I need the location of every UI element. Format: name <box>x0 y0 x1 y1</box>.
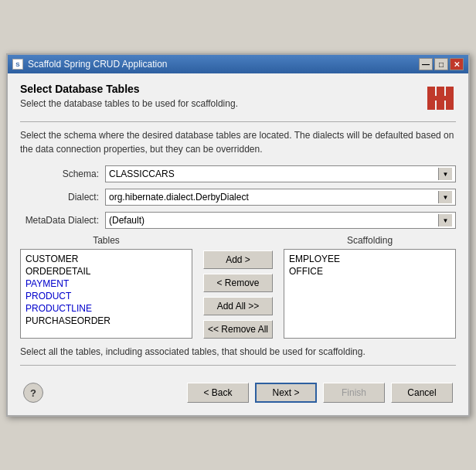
schema-row: Schema: CLASSICCARS ▼ <box>20 165 456 182</box>
add-button[interactable]: Add > <box>203 250 273 269</box>
footer-right: < Back Next > Finish Cancel <box>187 383 453 403</box>
tables-listbox[interactable]: CUSTOMER ORDERDETAIL PAYMENT PRODUCT PRO… <box>20 249 192 339</box>
list-item[interactable]: PRODUCTLINE <box>24 302 189 315</box>
footer-left: ? <box>23 383 43 403</box>
list-item[interactable]: CUSTOMER <box>24 253 189 265</box>
dialect-row: Dialect: org.hibernate.dialect.DerbyDial… <box>20 189 456 206</box>
scaffolding-listbox[interactable]: EMPLOYEE OFFICE <box>284 249 456 339</box>
title-bar: S Scaffold Spring CRUD Application — □ ✕ <box>8 55 468 73</box>
page-title: Select Database Tables <box>20 83 238 95</box>
tables-panel: Tables CUSTOMER ORDERDETAIL PAYMENT PROD… <box>20 235 192 339</box>
schema-dropdown-arrow: ▼ <box>438 168 452 180</box>
back-button[interactable]: < Back <box>187 383 249 403</box>
header-logo <box>425 83 456 114</box>
page-subtitle: Select the database tables to be used fo… <box>20 98 238 109</box>
transfer-buttons: Add > < Remove Add All >> << Remove All <box>199 235 277 339</box>
add-all-button[interactable]: Add All >> <box>203 297 273 315</box>
maximize-button[interactable]: □ <box>434 58 448 70</box>
list-item[interactable]: PRODUCT <box>24 290 189 302</box>
finish-button[interactable]: Finish <box>323 383 385 403</box>
list-item[interactable]: PURCHASEORDER <box>24 315 189 327</box>
remove-button[interactable]: < Remove <box>203 274 273 292</box>
dialect-dropdown-arrow: ▼ <box>438 191 452 203</box>
main-window: S Scaffold Spring CRUD Application — □ ✕… <box>6 53 470 417</box>
metadata-dropdown-arrow: ▼ <box>438 214 452 226</box>
header-section: Select Database Tables Select the databa… <box>20 83 456 114</box>
scaffolding-label: Scaffolding <box>284 235 456 246</box>
title-controls: — □ ✕ <box>419 58 464 70</box>
cancel-button[interactable]: Cancel <box>391 383 453 403</box>
list-item[interactable]: EMPLOYEE <box>287 253 452 265</box>
tables-label: Tables <box>20 235 192 246</box>
remove-all-button[interactable]: << Remove All <box>203 320 273 339</box>
list-item[interactable]: PAYMENT <box>24 278 189 290</box>
metadata-control: (Default) ▼ <box>105 212 456 229</box>
header-text: Select Database Tables Select the databa… <box>20 83 238 109</box>
metadata-row: MetaData Dialect: (Default) ▼ <box>20 212 456 229</box>
description-text: Select the schema where the desired data… <box>20 128 456 156</box>
bottom-info-text: Select all the tables, including associa… <box>20 346 456 366</box>
dialect-label: Dialect: <box>20 192 105 203</box>
title-bar-left: S Scaffold Spring CRUD Application <box>12 59 168 70</box>
header-divider <box>20 121 456 122</box>
app-icon: S <box>12 59 23 70</box>
svg-rect-3 <box>427 96 454 100</box>
next-button[interactable]: Next > <box>255 383 317 403</box>
dialog-content: Select Database Tables Select the databa… <box>8 73 468 415</box>
brand-logo <box>426 83 455 113</box>
schema-select[interactable]: CLASSICCARS ▼ <box>105 165 456 182</box>
dialect-select[interactable]: org.hibernate.dialect.DerbyDialect ▼ <box>105 189 456 206</box>
minimize-button[interactable]: — <box>419 58 433 70</box>
footer: ? < Back Next > Finish Cancel <box>20 376 456 406</box>
schema-control: CLASSICCARS ▼ <box>105 165 456 182</box>
close-button[interactable]: ✕ <box>450 58 464 70</box>
schema-label: Schema: <box>20 169 105 179</box>
help-button[interactable]: ? <box>23 383 43 403</box>
scaffolding-panel: Scaffolding EMPLOYEE OFFICE <box>284 235 456 339</box>
window-title: Scaffold Spring CRUD Application <box>28 59 168 70</box>
dialect-control: org.hibernate.dialect.DerbyDialect ▼ <box>105 189 456 206</box>
tables-section: Tables CUSTOMER ORDERDETAIL PAYMENT PROD… <box>20 235 456 339</box>
metadata-select[interactable]: (Default) ▼ <box>105 212 456 229</box>
metadata-label: MetaData Dialect: <box>20 215 105 226</box>
list-item[interactable]: ORDERDETAIL <box>24 265 189 278</box>
list-item[interactable]: OFFICE <box>287 265 452 278</box>
